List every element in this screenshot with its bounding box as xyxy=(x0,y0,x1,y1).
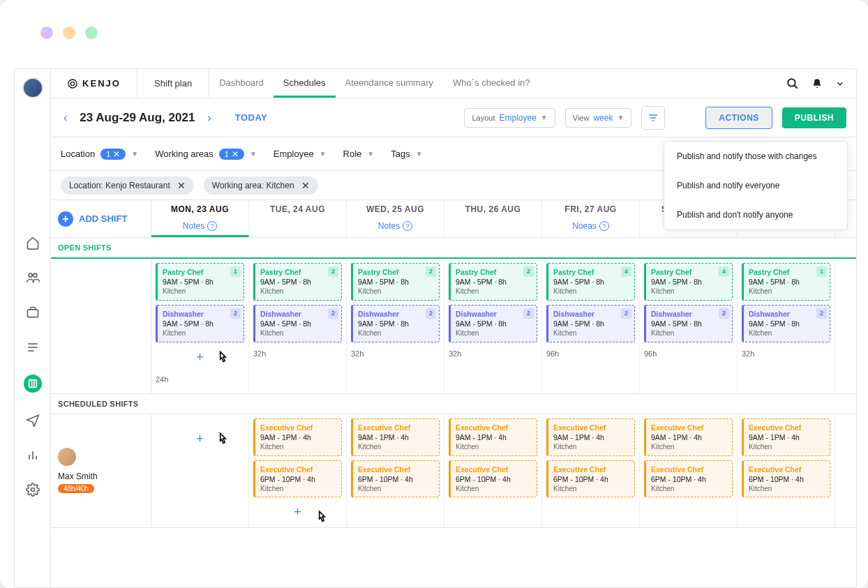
chip-working-area: Working area: Kitchen ✕ xyxy=(204,176,318,195)
chevron-down-icon[interactable] xyxy=(835,79,845,89)
day-header[interactable]: THU, 26 AUG xyxy=(444,200,542,237)
people-icon[interactable] xyxy=(25,270,40,285)
day-header[interactable]: WED, 25 AUG Notes? xyxy=(347,200,444,237)
actions-button[interactable]: ACTIONS xyxy=(705,107,772,129)
brand-name: KENJO xyxy=(82,78,121,89)
bell-icon[interactable] xyxy=(811,78,823,89)
shift-card-dishwasher[interactable]: Dishwasher9AM - 5PM · 8hKitchen2 xyxy=(253,305,342,342)
publish-option-everyone[interactable]: Publish and notify everyone xyxy=(664,171,847,200)
brand-logo[interactable]: KENJO xyxy=(51,69,137,98)
shift-card-pastry[interactable]: Pastry Chef9AM - 5PM · 8hKitchen2 xyxy=(449,263,537,301)
add-shift-button[interactable]: + ADD SHIFT xyxy=(58,211,144,227)
filter-role[interactable]: Role ▼ xyxy=(343,149,375,159)
section-label: Shift plan xyxy=(137,69,209,98)
shift-location: Kitchen xyxy=(456,484,532,494)
shift-card-executive[interactable]: Executive Chef9AM - 1PM · 4hKitchen xyxy=(742,419,830,456)
help-icon: ? xyxy=(207,221,217,231)
publish-option-changes[interactable]: Publish and notify those with changes xyxy=(664,142,847,171)
prev-week-button[interactable]: ‹ xyxy=(61,112,70,124)
day-total-hours: 32h xyxy=(449,347,537,363)
day-column: Pastry Chef9AM - 5PM · 8hKitchen1Dishwas… xyxy=(738,259,835,393)
shift-card-dishwasher[interactable]: Dishwasher9AM - 5PM · 8hKitchen2 xyxy=(546,305,635,342)
publish-option-none[interactable]: Publish and don't notify anyone xyxy=(664,200,847,229)
filter-count-pill[interactable]: 1✕ xyxy=(100,149,126,160)
shift-count-badge: 2 xyxy=(426,266,436,277)
shift-card-dishwasher[interactable]: Dishwasher9AM - 5PM · 8hKitchen2 xyxy=(644,305,733,342)
shift-card-executive[interactable]: Executive Chef6PM - 10PM · 4hKitchen xyxy=(742,460,830,498)
shift-card-dishwasher[interactable]: Dishwasher9AM - 5PM · 8hKitchen2 xyxy=(742,305,830,342)
tab-attendance[interactable]: Ateendance summary xyxy=(336,69,443,98)
user-avatar[interactable] xyxy=(22,77,43,98)
open-shifts-row: Pastry Chef9AM - 5PM · 8hKitchen1Dishwas… xyxy=(51,259,856,394)
shift-role: Pastry Chef xyxy=(749,267,825,277)
tab-schedules[interactable]: Schedules xyxy=(274,69,336,98)
add-shift-cell-button[interactable]: + xyxy=(156,428,244,450)
tab-checked-in[interactable]: Who´s checked in? xyxy=(443,69,540,98)
publish-dropdown: Publish and notify those with changes Pu… xyxy=(664,141,848,230)
tab-dashboard[interactable]: Dashboard xyxy=(209,69,274,98)
filter-toggle-button[interactable] xyxy=(641,106,665,130)
shift-time: 9AM - 1PM · 4h xyxy=(456,432,532,442)
shift-count-badge: 2 xyxy=(523,308,534,319)
shift-card-dishwasher[interactable]: Dishwasher9AM - 5PM · 8hKitchen2 xyxy=(156,305,244,342)
chart-icon[interactable] xyxy=(25,447,40,462)
shift-card-dishwasher[interactable]: Dishwasher9AM - 5PM · 8hKitchen2 xyxy=(449,305,537,342)
shift-time: 6PM - 10PM · 4h xyxy=(749,474,825,484)
clear-icon[interactable]: ✕ xyxy=(232,149,239,159)
chip-label: Working area: Kitchen xyxy=(212,181,294,190)
shift-card-executive[interactable]: Executive Chef9AM - 1PM · 4hKitchen xyxy=(351,419,440,456)
shift-card-executive[interactable]: Executive Chef9AM - 1PM · 4hKitchen xyxy=(449,419,537,456)
day-header[interactable]: TUE, 24 AUG xyxy=(249,200,347,237)
day-total-hours: 32h xyxy=(351,347,440,363)
shift-card-pastry[interactable]: Pastry Chef9AM - 5PM · 8hKitchen2 xyxy=(351,263,440,301)
shift-card-pastry[interactable]: Pastry Chef9AM - 5PM · 8hKitchen4 xyxy=(546,263,635,301)
shift-card-executive[interactable]: Executive Chef9AM - 1PM · 4hKitchen xyxy=(546,419,635,456)
publish-button[interactable]: PUBLISH xyxy=(782,107,846,128)
filter-tags[interactable]: Tags ▼ xyxy=(391,149,422,159)
shift-card-pastry[interactable]: Pastry Chef9AM - 5PM · 8hKitchen2 xyxy=(253,263,342,301)
svg-point-12 xyxy=(31,488,34,492)
shift-card-pastry[interactable]: Pastry Chef9AM - 5PM · 8hKitchen1 xyxy=(742,263,830,301)
day-header[interactable]: MON, 23 AUG Notes? xyxy=(151,200,249,237)
shift-card-dishwasher[interactable]: Dishwasher9AM - 5PM · 8hKitchen2 xyxy=(351,305,440,342)
plane-icon[interactable] xyxy=(25,412,40,428)
notes-link[interactable]: Noeas? xyxy=(546,221,635,231)
notes-link[interactable]: Notes? xyxy=(351,221,440,231)
filter-count-pill[interactable]: 1✕ xyxy=(219,149,244,160)
shift-location: Kitchen xyxy=(260,484,336,494)
shift-role: Dishwasher xyxy=(749,309,825,319)
employee-avatar[interactable] xyxy=(58,448,76,466)
shift-time: 9AM - 5PM · 8h xyxy=(358,277,434,287)
search-icon[interactable] xyxy=(786,77,799,90)
schedule-icon[interactable] xyxy=(24,375,42,393)
close-icon[interactable]: ✕ xyxy=(301,180,310,191)
shift-card-executive[interactable]: Executive Chef6PM - 10PM · 4hKitchen xyxy=(449,460,537,498)
today-button[interactable]: TODAY xyxy=(235,112,268,123)
list-icon[interactable] xyxy=(25,340,40,355)
shift-card-pastry[interactable]: Pastry Chef9AM - 5PM · 8hKitchen1 xyxy=(156,263,244,301)
add-shift-cell-button[interactable]: + xyxy=(156,347,244,368)
shift-card-executive[interactable]: Executive Chef9AM - 1PM · 4hKitchen xyxy=(253,419,342,456)
close-icon[interactable]: ✕ xyxy=(177,180,186,191)
shift-card-executive[interactable]: Executive Chef6PM - 10PM · 4hKitchen xyxy=(546,460,635,498)
shift-card-executive[interactable]: Executive Chef6PM - 10PM · 4hKitchen xyxy=(351,460,440,498)
add-shift-cell-button[interactable]: + xyxy=(253,502,342,523)
home-icon[interactable] xyxy=(25,235,40,250)
layout-select[interactable]: Layout Employee ▼ xyxy=(464,108,555,128)
shift-location: Kitchen xyxy=(553,329,629,338)
clear-icon[interactable]: ✕ xyxy=(113,149,120,159)
filter-employee[interactable]: Employee ▼ xyxy=(274,149,327,159)
briefcase-icon[interactable] xyxy=(25,305,40,320)
next-week-button[interactable]: › xyxy=(204,112,214,124)
settings-icon[interactable] xyxy=(25,482,40,497)
day-header[interactable]: FRI, 27 AUG Noeas? xyxy=(542,200,640,237)
shift-card-executive[interactable]: Executive Chef9AM - 1PM · 4hKitchen xyxy=(644,419,733,456)
help-icon: ? xyxy=(403,221,412,231)
shift-card-executive[interactable]: Executive Chef6PM - 10PM · 4hKitchen xyxy=(644,460,733,498)
filter-working-areas[interactable]: Working areas 1✕ ▼ xyxy=(155,149,257,160)
shift-card-pastry[interactable]: Pastry Chef9AM - 5PM · 8hKitchen4 xyxy=(644,263,733,301)
view-select[interactable]: View week ▼ xyxy=(565,108,632,128)
filter-location[interactable]: Location 1✕ ▼ xyxy=(61,149,138,160)
shift-card-executive[interactable]: Executive Chef6PM - 10PM · 4hKitchen xyxy=(253,460,342,498)
notes-link[interactable]: Notes? xyxy=(156,221,244,231)
